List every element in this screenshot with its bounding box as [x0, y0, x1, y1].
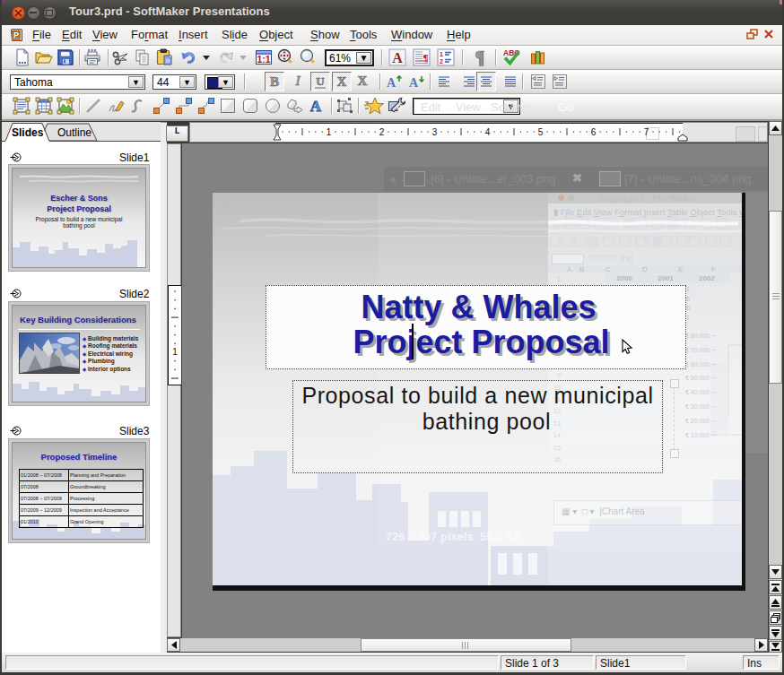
svg-text:6: 6	[591, 127, 597, 137]
svg-text:I: I	[295, 74, 301, 88]
svg-text:1: 1	[327, 127, 332, 137]
svg-text:A: A	[387, 76, 396, 90]
svg-text:3: 3	[432, 127, 438, 137]
svg-text:X: X	[337, 74, 347, 89]
svg-text:¶: ¶	[475, 48, 485, 66]
svg-text:2: 2	[379, 127, 385, 137]
svg-text:2: 2	[440, 58, 443, 65]
svg-text:5: 5	[538, 127, 544, 137]
svg-text:1: 1	[172, 347, 178, 357]
svg-text:7: 7	[644, 127, 649, 137]
svg-text:1: 1	[440, 51, 443, 57]
svg-text:P: P	[13, 30, 19, 39]
svg-text:X: X	[358, 74, 368, 88]
svg-text:U: U	[316, 74, 325, 88]
svg-text:A: A	[392, 50, 403, 65]
svg-text:A: A	[409, 76, 419, 90]
svg-text:A: A	[310, 98, 322, 115]
svg-text:4: 4	[485, 127, 491, 137]
svg-text:B: B	[270, 74, 279, 89]
svg-text:1:1: 1:1	[257, 54, 270, 65]
